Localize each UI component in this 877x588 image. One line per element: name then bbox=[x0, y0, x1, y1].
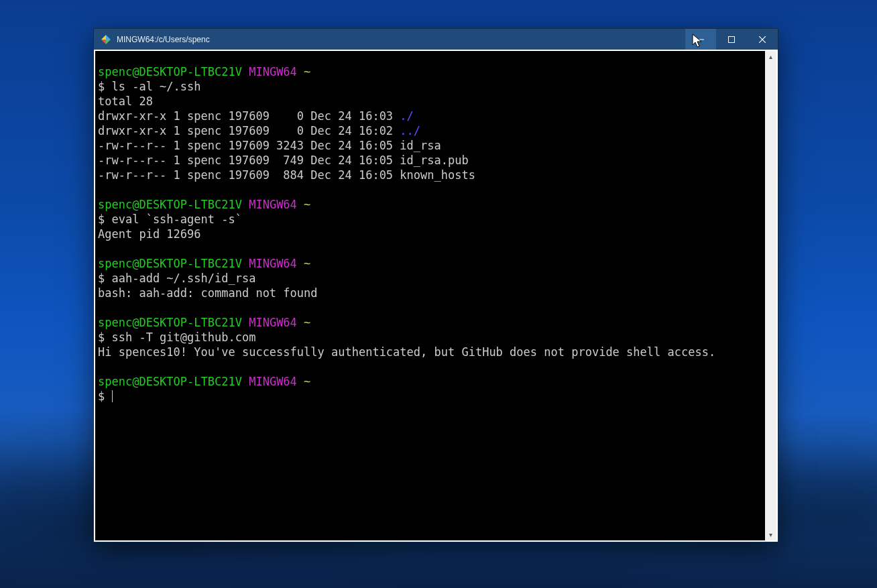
close-button[interactable] bbox=[747, 29, 778, 50]
minimize-button[interactable] bbox=[685, 29, 716, 50]
window-title: MINGW64:/c/Users/spenc bbox=[117, 35, 685, 44]
scrollbar[interactable]: ▴ ▾ bbox=[765, 51, 776, 540]
svg-marker-2 bbox=[101, 35, 106, 40]
app-icon bbox=[101, 34, 111, 45]
terminal-window: MINGW64:/c/Users/spenc spenc@DESKTOP-LTB… bbox=[93, 28, 778, 542]
maximize-button[interactable] bbox=[716, 29, 747, 50]
titlebar[interactable]: MINGW64:/c/Users/spenc bbox=[94, 29, 778, 50]
scroll-down-button[interactable]: ▾ bbox=[765, 529, 776, 540]
svg-marker-4 bbox=[106, 40, 111, 44]
terminal-wrap: spenc@DESKTOP-LTBC21V MINGW64 ~ $ ls -al… bbox=[95, 51, 776, 540]
svg-marker-3 bbox=[101, 40, 106, 44]
scroll-up-button[interactable]: ▴ bbox=[765, 51, 776, 62]
svg-rect-5 bbox=[697, 39, 704, 40]
window-client-area: spenc@DESKTOP-LTBC21V MINGW64 ~ $ ls -al… bbox=[94, 50, 778, 542]
svg-rect-6 bbox=[729, 36, 735, 42]
svg-marker-1 bbox=[106, 35, 111, 40]
terminal[interactable]: spenc@DESKTOP-LTBC21V MINGW64 ~ $ ls -al… bbox=[95, 51, 765, 540]
window-controls bbox=[685, 29, 778, 50]
